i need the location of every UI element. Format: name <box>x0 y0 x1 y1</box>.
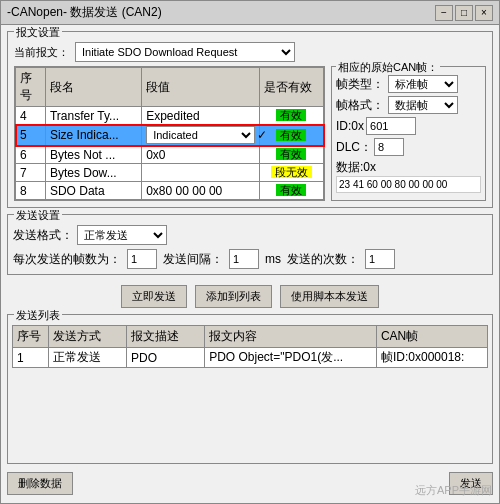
format-select[interactable]: 正常发送 <box>77 225 167 245</box>
frame-type-row: 帧类型： 标准帧 帧格式： 数据帧 ID:0x <box>336 75 481 193</box>
action-buttons-row: 立即发送 添加到列表 使用脚本本发送 <box>7 285 493 308</box>
msg-cell-valid: 段无效 <box>259 164 323 182</box>
send-settings-section: 发送设置 发送格式： 正常发送 每次发送的帧数为： 发送间隔： ms 发送的次数… <box>7 214 493 275</box>
msg-cell-valid: 有效 <box>259 107 323 125</box>
times-label: 发送的次数： <box>287 251 359 268</box>
th-seqno: 序号 <box>16 68 46 107</box>
msg-cell-seq: 4 <box>16 107 46 125</box>
th-value: 段值 <box>142 68 260 107</box>
msg-cell-valid: 有效 <box>259 182 323 200</box>
msg-table-row[interactable]: 4Transfer Ty...Expedited有效 <box>16 107 324 125</box>
msg-cell-valid: 有效 <box>259 125 323 146</box>
send-table-row[interactable]: 1正常发送PDOPDO Object="PDO1(发...帧ID:0x00001… <box>13 348 488 368</box>
send-th-method: 发送方式 <box>49 326 127 348</box>
window-title: -CANopen- 数据发送 (CAN2) <box>7 4 162 21</box>
count-row: 每次发送的帧数为： 发送间隔： ms 发送的次数： <box>13 249 487 269</box>
current-msg-label: 当前报文： <box>14 45 69 60</box>
msg-cell-valid: 有效 <box>259 146 323 164</box>
send-list-section: 发送列表 序号 发送方式 报文描述 报文内容 CAN帧 1正常发送PDOPDO … <box>7 314 493 464</box>
script-send-button[interactable]: 使用脚本本发送 <box>280 285 379 308</box>
minimize-button[interactable]: − <box>435 5 453 21</box>
main-content: 报文设置 当前报文： Initiate SDO Download Request… <box>1 25 499 503</box>
send-cell-seq: 1 <box>13 348 49 368</box>
msg-cell-seq: 6 <box>16 146 46 164</box>
msg-table-container: 序号 段名 段值 是否有效 4Transfer Ty...Expedited有效… <box>14 66 325 201</box>
interval-input[interactable] <box>229 249 259 269</box>
send-cell-content: PDO Object="PDO1(发... <box>205 348 377 368</box>
send-list-label: 发送列表 <box>14 308 62 323</box>
frame-type-select[interactable]: 标准帧 <box>388 75 458 93</box>
watermark: 远方APP手游网 <box>415 483 492 498</box>
title-controls: − □ × <box>435 5 493 21</box>
th-name: 段名 <box>45 68 141 107</box>
id-input[interactable] <box>366 117 416 135</box>
frame-type-label: 帧类型： <box>336 76 384 93</box>
frame-format-label: 帧格式： <box>336 97 384 114</box>
msg-cell-name: Size Indica... <box>45 125 141 146</box>
count-label: 每次发送的帧数为： <box>13 251 121 268</box>
title-bar: -CANopen- 数据发送 (CAN2) − □ × <box>1 1 499 25</box>
table-and-panel: 序号 段名 段值 是否有效 4Transfer Ty...Expedited有效… <box>14 66 486 201</box>
current-msg-row: 当前报文： Initiate SDO Download Request <box>14 42 486 62</box>
data-value: 23 41 60 00 80 00 00 00 <box>336 176 481 193</box>
dlc-input[interactable] <box>374 138 404 156</box>
msg-cell-value[interactable]: Indicated✓ <box>142 125 260 146</box>
send-th-desc: 报文描述 <box>127 326 205 348</box>
msg-settings-section: 报文设置 当前报文： Initiate SDO Download Request… <box>7 31 493 208</box>
data-label: 数据:0x <box>336 160 376 174</box>
can-frame-panel: 相应的原始CAN帧： 帧类型： 标准帧 帧格式： 数据帧 <box>331 66 486 201</box>
msg-cell-value <box>142 164 260 182</box>
msg-cell-name: Transfer Ty... <box>45 107 141 125</box>
format-row: 发送格式： 正常发送 <box>13 225 487 245</box>
related-label: 相应的原始CAN帧： <box>336 60 440 75</box>
msg-settings-label: 报文设置 <box>14 25 62 40</box>
count-input[interactable] <box>127 249 157 269</box>
msg-cell-value: Expedited <box>142 107 260 125</box>
send-th-content: 报文内容 <box>205 326 377 348</box>
send-table: 序号 发送方式 报文描述 报文内容 CAN帧 1正常发送PDOPDO Objec… <box>12 325 488 368</box>
send-cell-desc: PDO <box>127 348 205 368</box>
data-row: 数据:0x 23 41 60 00 80 00 00 00 <box>336 159 481 193</box>
interval-unit: ms <box>265 252 281 266</box>
send-th-can: CAN帧 <box>376 326 487 348</box>
msg-cell-seq: 7 <box>16 164 46 182</box>
main-window: -CANopen- 数据发送 (CAN2) − □ × 报文设置 当前报文： I… <box>0 0 500 504</box>
msg-table-row[interactable]: 8SDO Data0x80 00 00 00有效 <box>16 182 324 200</box>
msg-cell-value: 0x0 <box>142 146 260 164</box>
times-input[interactable] <box>365 249 395 269</box>
send-cell-method: 正常发送 <box>49 348 127 368</box>
msg-table-row[interactable]: 5Size Indica...Indicated✓有效 <box>16 125 324 146</box>
close-button[interactable]: × <box>475 5 493 21</box>
frame-format-select[interactable]: 数据帧 <box>388 96 458 114</box>
msg-cell-name: SDO Data <box>45 182 141 200</box>
interval-label: 发送间隔： <box>163 251 223 268</box>
msg-cell-name: Bytes Not ... <box>45 146 141 164</box>
th-valid: 是否有效 <box>259 68 323 107</box>
msg-table: 序号 段名 段值 是否有效 4Transfer Ty...Expedited有效… <box>15 67 324 200</box>
delete-data-button[interactable]: 删除数据 <box>7 472 73 495</box>
maximize-button[interactable]: □ <box>455 5 473 21</box>
send-th-seq: 序号 <box>13 326 49 348</box>
dlc-label: DLC： <box>336 139 372 156</box>
msg-table-row[interactable]: 7Bytes Dow...段无效 <box>16 164 324 182</box>
msg-cell-seq: 5 <box>16 125 46 146</box>
msg-cell-name: Bytes Dow... <box>45 164 141 182</box>
format-label: 发送格式： <box>13 227 73 244</box>
add-to-list-button[interactable]: 添加到列表 <box>195 285 272 308</box>
current-msg-select[interactable]: Initiate SDO Download Request <box>75 42 295 62</box>
msg-cell-seq: 8 <box>16 182 46 200</box>
send-cell-can: 帧ID:0x000018: <box>376 348 487 368</box>
msg-table-row[interactable]: 6Bytes Not ...0x0有效 <box>16 146 324 164</box>
send-settings-label: 发送设置 <box>14 208 62 223</box>
msg-cell-value: 0x80 00 00 00 <box>142 182 260 200</box>
send-now-button[interactable]: 立即发送 <box>121 285 187 308</box>
id-label: ID:0x <box>336 119 364 133</box>
